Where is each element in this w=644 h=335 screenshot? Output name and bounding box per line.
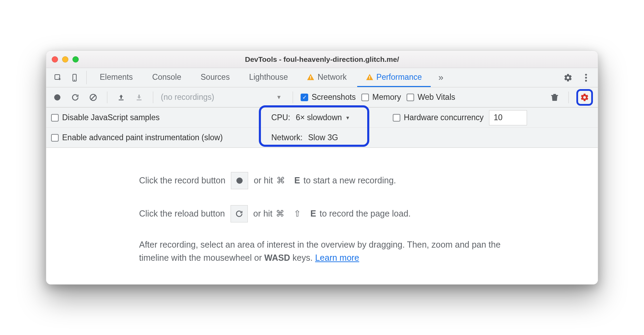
svg-point-10 (54, 94, 60, 100)
disable-js-checkbox[interactable]: Disable JavaScript samples (51, 113, 160, 122)
svg-point-9 (585, 79, 587, 81)
svg-point-17 (236, 178, 243, 184)
performance-toolbar: (no recordings) ▼ ✓ Screenshots Memory W… (46, 87, 598, 107)
record-button[interactable] (51, 91, 64, 104)
svg-rect-16 (551, 95, 558, 96)
kebab-menu-icon[interactable] (578, 73, 594, 82)
svg-rect-4 (310, 78, 311, 79)
checkbox-icon (51, 134, 59, 142)
reload-button[interactable] (69, 91, 81, 104)
devtools-tabs-row: Elements Console Sources Lighthouse Netw… (46, 68, 598, 87)
separator (568, 92, 569, 103)
tab-elements[interactable]: Elements (91, 68, 142, 87)
clear-button[interactable] (87, 91, 99, 104)
hint-record: Click the record button or hit ⌘ E to st… (139, 172, 505, 189)
svg-rect-6 (369, 78, 370, 79)
svg-point-8 (585, 77, 587, 78)
svg-point-7 (585, 74, 587, 75)
delete-button[interactable] (548, 91, 561, 104)
capture-settings-panel: Disable JavaScript samples CPU: 6× slowd… (46, 107, 598, 148)
settings-icon[interactable] (560, 73, 576, 82)
cpu-throttle-dropdown[interactable]: CPU: 6× slowdown▼ (265, 108, 356, 127)
paint-instrumentation-checkbox[interactable]: Enable advanced paint instrumentation (s… (51, 133, 223, 142)
separator (293, 92, 293, 103)
tab-performance[interactable]: Performance (357, 68, 431, 87)
svg-line-12 (91, 95, 96, 100)
checkbox-icon (51, 114, 59, 122)
close-window-button[interactable] (52, 56, 58, 63)
svg-rect-5 (369, 76, 370, 78)
reload-button-inline[interactable] (231, 205, 248, 222)
record-button-inline[interactable] (231, 172, 248, 189)
checkbox-icon: ✓ (301, 94, 308, 101)
hardware-concurrency-checkbox[interactable]: Hardware concurrency (393, 113, 484, 122)
minimize-window-button[interactable] (62, 56, 68, 63)
maximize-window-button[interactable] (72, 56, 79, 63)
chevron-down-icon: ▼ (276, 94, 282, 100)
hardware-concurrency-input[interactable]: 10 (489, 110, 527, 125)
upload-profile-icon[interactable] (115, 91, 127, 104)
tab-network[interactable]: Network (298, 68, 355, 87)
inspect-element-icon[interactable] (50, 68, 66, 87)
recordings-dropdown[interactable]: (no recordings) ▼ (161, 93, 285, 102)
capture-settings-highlight (576, 89, 593, 106)
checkbox-icon (361, 94, 369, 101)
tab-lighthouse[interactable]: Lighthouse (240, 68, 297, 87)
tab-sources[interactable]: Sources (192, 68, 238, 87)
screenshots-checkbox[interactable]: ✓ Screenshots (301, 93, 356, 102)
learn-more-link[interactable]: Learn more (315, 253, 359, 262)
hint-navigate: After recording, select an area of inter… (139, 238, 505, 264)
capture-settings-button[interactable] (580, 93, 589, 102)
separator (153, 92, 153, 103)
checkbox-icon (393, 114, 400, 122)
traffic-lights (52, 56, 79, 63)
download-profile-icon[interactable] (133, 91, 145, 104)
chevron-down-icon: ▼ (345, 115, 350, 121)
separator (86, 71, 87, 84)
titlebar: DevTools - foul-heavenly-direction.glitc… (46, 51, 598, 68)
tab-console[interactable]: Console (143, 68, 190, 87)
device-toggle-icon[interactable] (67, 68, 82, 87)
webvitals-checkbox[interactable]: Web Vitals (407, 93, 455, 102)
svg-rect-3 (310, 76, 311, 78)
warning-icon (307, 74, 314, 80)
svg-rect-14 (137, 99, 142, 100)
tabs-overflow-button[interactable]: » (432, 68, 449, 87)
network-throttle-dropdown[interactable]: Network: Slow 3G (265, 128, 344, 147)
memory-checkbox[interactable]: Memory (361, 93, 401, 102)
warning-icon (366, 74, 373, 80)
svg-rect-15 (553, 94, 556, 95)
separator (107, 92, 107, 103)
empty-state: Click the record button or hit ⌘ E to st… (46, 148, 598, 284)
window-title: DevTools - foul-heavenly-direction.glitc… (46, 55, 598, 64)
hint-reload: Click the reload button or hit ⌘ ⇧ E to … (139, 205, 505, 222)
devtools-window: DevTools - foul-heavenly-direction.glitc… (46, 50, 598, 285)
svg-rect-13 (119, 99, 124, 100)
checkbox-icon (407, 94, 414, 101)
